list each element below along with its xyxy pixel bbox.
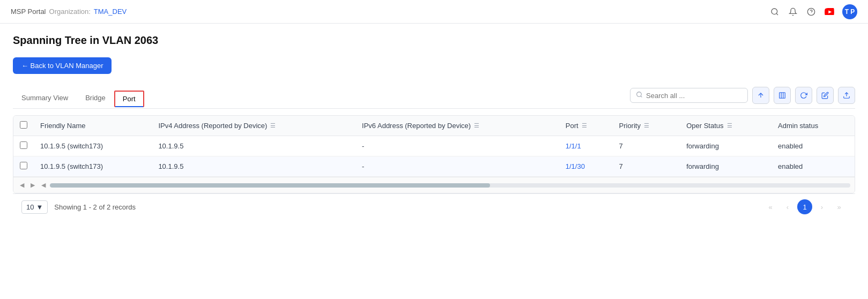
columns-button[interactable] xyxy=(774,87,791,104)
cell-ipv6: - xyxy=(355,156,559,177)
table-row: 10.1.9.5 (switch173) 10.1.9.5 - 1/1/30 7… xyxy=(13,156,855,177)
top-navigation: MSP Portal Organization: TMA_DEV T P xyxy=(0,0,868,24)
cell-ipv6: - xyxy=(355,136,559,156)
search-input[interactable] xyxy=(646,92,742,100)
scroll-thumb xyxy=(50,183,490,188)
app-name: MSP Portal xyxy=(11,8,46,16)
svg-line-5 xyxy=(641,96,642,97)
fit-columns-button[interactable] xyxy=(752,87,769,104)
search-nav-icon[interactable] xyxy=(769,6,780,17)
toolbar-right xyxy=(630,87,855,108)
th-ipv6: IPv6 Address (Reported by Device) ☰ xyxy=(355,116,559,136)
filter-ipv4-icon[interactable]: ☰ xyxy=(270,122,276,129)
cell-port: 1/1/1 xyxy=(559,136,613,156)
select-all-header[interactable] xyxy=(13,116,34,136)
per-page-selector[interactable]: 10 ▼ xyxy=(21,200,48,214)
table-row: 10.1.9.5 (switch173) 10.1.9.5 - 1/1/1 7 … xyxy=(13,136,855,156)
row-checkbox-1[interactable] xyxy=(20,162,27,169)
svg-point-4 xyxy=(637,92,642,97)
per-page-chevron: ▼ xyxy=(36,203,43,211)
filter-port-icon[interactable]: ☰ xyxy=(582,122,587,129)
tab-summary-view[interactable]: Summary View xyxy=(13,89,77,107)
cell-port: 1/1/30 xyxy=(559,156,613,177)
cell-priority: 7 xyxy=(613,156,680,177)
select-all-checkbox[interactable] xyxy=(20,121,27,129)
tab-port[interactable]: Port xyxy=(114,91,144,107)
refresh-button[interactable] xyxy=(795,87,812,104)
th-ipv4: IPv4 Address (Reported by Device) ☰ xyxy=(152,116,355,136)
scroll-left-arrow[interactable]: ◀ xyxy=(18,181,26,190)
page-title: Spanning Tree in VLAN 2063 xyxy=(13,34,855,47)
filter-oper-status-icon[interactable]: ☰ xyxy=(727,122,732,129)
records-count: Showing 1 - 2 of 2 records xyxy=(54,203,136,211)
th-priority: Priority ☰ xyxy=(613,116,680,136)
cell-oper-status: forwarding xyxy=(680,136,771,156)
filter-ipv6-icon[interactable]: ☰ xyxy=(474,122,479,129)
th-port: Port ☰ xyxy=(559,116,613,136)
filter-priority-icon[interactable]: ☰ xyxy=(644,122,649,129)
export-button[interactable] xyxy=(838,87,855,104)
page-1-button[interactable]: 1 xyxy=(797,199,812,214)
cell-friendly-name: 10.1.9.5 (switch173) xyxy=(34,136,152,156)
cell-ipv4: 10.1.9.5 xyxy=(152,156,355,177)
notification-icon[interactable] xyxy=(788,6,798,17)
search-box xyxy=(630,88,748,103)
next-page-button[interactable]: › xyxy=(814,199,829,214)
edit-button[interactable] xyxy=(817,87,834,104)
user-avatar[interactable]: T P xyxy=(842,4,857,19)
tab-bridge[interactable]: Bridge xyxy=(77,89,114,107)
scroll-right-arrow[interactable]: ▶ xyxy=(28,181,37,190)
row-checkbox-cell[interactable] xyxy=(13,136,34,156)
nav-actions: T P xyxy=(769,4,857,19)
th-admin-status: Admin status xyxy=(771,116,855,136)
tab-group: Summary View Bridge Port xyxy=(13,89,144,107)
cell-admin-status: enabled xyxy=(771,136,855,156)
page-content: Spanning Tree in VLAN 2063 ← Back to VLA… xyxy=(0,24,868,230)
th-oper-status: Oper Status ☰ xyxy=(680,116,771,136)
first-page-button[interactable]: « xyxy=(763,199,778,214)
footer-left: 10 ▼ Showing 1 - 2 of 2 records xyxy=(21,200,136,214)
cell-ipv4: 10.1.9.5 xyxy=(152,136,355,156)
last-page-button[interactable]: » xyxy=(832,199,847,214)
cell-oper-status: forwarding xyxy=(680,156,771,177)
table-footer: 10 ▼ Showing 1 - 2 of 2 records « ‹ 1 › … xyxy=(13,193,855,220)
data-table: Friendly Name IPv4 Address (Reported by … xyxy=(13,115,855,193)
cell-friendly-name: 10.1.9.5 (switch173) xyxy=(34,156,152,177)
prev-page-button[interactable]: ‹ xyxy=(780,199,795,214)
row-checkbox-0[interactable] xyxy=(20,141,27,149)
search-icon xyxy=(636,91,643,100)
pagination: « ‹ 1 › » xyxy=(763,199,847,214)
cell-priority: 7 xyxy=(613,136,680,156)
scroll-jump-left[interactable]: ◀ xyxy=(39,181,48,190)
horizontal-scrollbar: ◀ ▶ ◀ xyxy=(13,177,855,193)
table-header-row: Friendly Name IPv4 Address (Reported by … xyxy=(13,116,855,136)
svg-point-0 xyxy=(771,9,777,14)
back-to-vlan-button[interactable]: ← Back to VLAN Manager xyxy=(13,57,112,74)
tabs-toolbar: Summary View Bridge Port xyxy=(13,87,855,109)
nav-brand: MSP Portal Organization: TMA_DEV xyxy=(11,8,127,16)
org-label: Organization: xyxy=(49,8,91,16)
help-icon[interactable] xyxy=(806,6,817,17)
svg-rect-7 xyxy=(780,93,785,99)
th-friendly-name: Friendly Name xyxy=(34,116,152,136)
scroll-track[interactable] xyxy=(50,183,850,188)
youtube-icon[interactable] xyxy=(824,6,835,17)
svg-line-1 xyxy=(776,13,778,15)
cell-admin-status: enabled xyxy=(771,156,855,177)
org-value: TMA_DEV xyxy=(94,8,127,16)
row-checkbox-cell[interactable] xyxy=(13,156,34,177)
